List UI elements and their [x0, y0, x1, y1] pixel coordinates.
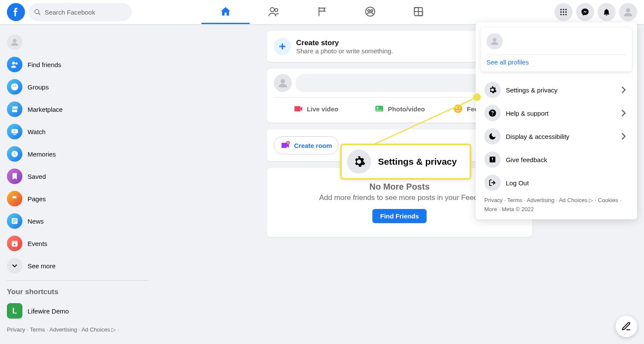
svg-point-16: [560, 14, 562, 15]
callout-label: Settings & privacy: [378, 157, 457, 167]
edit-icon: [621, 321, 632, 332]
nav-pages[interactable]: [298, 0, 346, 24]
svg-point-40: [456, 108, 457, 109]
composer-photo-video[interactable]: Photo/video: [358, 100, 442, 117]
dropdown-settings-privacy[interactable]: Settings & privacy: [481, 78, 632, 101]
pages-icon: [7, 191, 22, 206]
sidebar-item-label: Pages: [28, 195, 46, 203]
friends-icon: [7, 57, 22, 72]
svg-point-22: [15, 62, 18, 64]
composer-live-video[interactable]: Live video: [274, 100, 358, 117]
avatar-placeholder-icon: [7, 34, 22, 50]
create-room-label: Create room: [294, 142, 332, 149]
sidebar-watch[interactable]: Watch: [3, 120, 152, 143]
nav-home[interactable]: [201, 0, 250, 24]
messenger-icon: [581, 8, 589, 16]
account-avatar-button[interactable]: [619, 3, 637, 21]
sidebar-news[interactable]: News: [3, 210, 152, 232]
sidebar-profile[interactable]: [3, 31, 152, 53]
video-camera-icon: [293, 104, 303, 114]
sidebar-item-label: Memories: [28, 150, 56, 158]
watch-icon: [7, 124, 22, 139]
composer-avatar[interactable]: [274, 74, 292, 92]
svg-rect-9: [418, 12, 422, 15]
chevron-right-icon: [618, 108, 629, 118]
sidebar-item-label: Watch: [28, 128, 46, 135]
shortcut-icon: L: [7, 303, 22, 319]
notifications-button[interactable]: [598, 3, 616, 21]
menu-button[interactable]: [554, 3, 573, 21]
dropdown-profile-card[interactable]: See all profiles: [481, 28, 632, 71]
see-all-profiles-link[interactable]: See all profiles: [486, 58, 626, 66]
svg-point-25: [15, 86, 16, 87]
callout-settings-privacy: Settings & privacy: [340, 144, 471, 180]
chevron-right-icon: [618, 131, 629, 141]
sidebar-events[interactable]: Events: [3, 232, 152, 255]
find-friends-button[interactable]: Find Friends: [372, 209, 427, 223]
memories-icon: [7, 146, 22, 162]
dropdown-display-accessibility[interactable]: Display & accessibility: [481, 125, 632, 148]
dropdown-item-label: Display & accessibility: [506, 133, 618, 140]
svg-point-12: [565, 9, 567, 10]
avatar-placeholder-icon: [623, 7, 633, 17]
svg-point-23: [11, 83, 19, 91]
svg-point-2: [270, 7, 274, 11]
feedback-icon: [484, 151, 501, 168]
sidebar-saved[interactable]: Saved: [3, 165, 152, 187]
sidebar-marketplace[interactable]: Marketplace: [3, 98, 152, 120]
svg-point-14: [563, 11, 564, 12]
svg-point-4: [366, 7, 375, 16]
dropdown-log-out[interactable]: Log Out: [481, 171, 632, 194]
create-room-button[interactable]: Create room: [274, 136, 338, 154]
chevron-down-icon: [7, 258, 22, 273]
video-plus-icon: [280, 140, 291, 150]
sidebar-item-label: See more: [28, 262, 56, 270]
sidebar-memories[interactable]: Memories: [3, 143, 152, 165]
chevron-right-icon: [618, 85, 629, 95]
dropdown-give-feedback[interactable]: Give feedback: [481, 148, 632, 171]
svg-point-3: [275, 9, 278, 12]
dropdown-item-label: Give feedback: [506, 156, 629, 163]
avatar-placeholder-icon: [486, 33, 503, 49]
groups-icon: [7, 79, 22, 95]
sidebar-item-label: Saved: [28, 173, 46, 180]
shortcut-lifewire-demo[interactable]: L Lifewire Demo: [3, 300, 152, 322]
shortcuts-title: Your shortcuts: [3, 284, 152, 300]
edit-fab[interactable]: [616, 316, 637, 337]
svg-point-0: [35, 9, 39, 14]
dropdown-help-support[interactable]: Help & support: [481, 101, 632, 125]
svg-point-17: [563, 14, 564, 15]
svg-point-36: [281, 79, 285, 83]
sidebar-groups[interactable]: Groups: [3, 76, 152, 98]
news-icon: [7, 213, 22, 229]
svg-point-18: [565, 14, 567, 15]
saved-icon: [7, 169, 22, 184]
left-sidebar: Find friends Groups Marketplace Watch Me…: [0, 24, 155, 344]
nav-groups[interactable]: [346, 0, 394, 24]
svg-point-43: [493, 38, 496, 42]
svg-rect-27: [13, 134, 16, 135]
svg-rect-34: [12, 241, 17, 242]
svg-point-20: [13, 39, 16, 43]
search-box[interactable]: [28, 3, 132, 21]
composer-action-label: Photo/video: [388, 105, 425, 113]
sidebar-item-label: Groups: [28, 83, 49, 91]
dropdown-item-label: Settings & privacy: [506, 86, 618, 94]
help-icon: [484, 105, 501, 121]
facebook-logo-icon[interactable]: [7, 3, 25, 21]
svg-rect-35: [14, 244, 15, 245]
nav-friends[interactable]: [250, 0, 298, 24]
photo-icon: [374, 104, 384, 114]
messenger-button[interactable]: [576, 3, 594, 21]
sidebar-see-more[interactable]: See more: [3, 255, 152, 277]
header-right: [554, 3, 637, 21]
sidebar-pages[interactable]: Pages: [3, 187, 152, 210]
svg-point-5: [368, 9, 370, 12]
sidebar-item-label: Marketplace: [28, 106, 63, 113]
header-bar: [0, 0, 644, 24]
search-input[interactable]: [45, 9, 127, 16]
create-story-subtitle: Share a photo or write something.: [296, 47, 393, 55]
nav-gaming[interactable]: [394, 0, 443, 24]
sidebar-find-friends[interactable]: Find friends: [3, 53, 152, 76]
dropdown-item-label: Help & support: [506, 110, 618, 117]
